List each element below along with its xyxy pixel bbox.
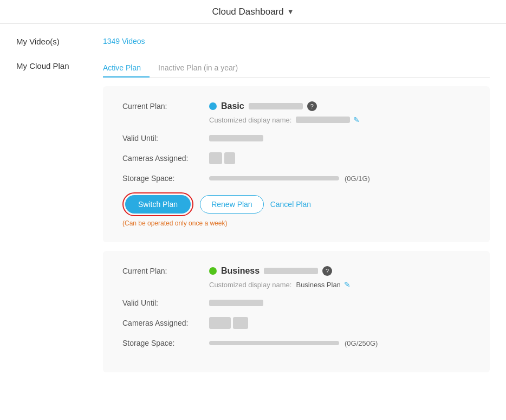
storage-text-business: (0G/250G) [345,339,378,347]
storage-bar-bg-business [209,341,339,345]
main-content: My Video(s) 1349 Videos My Cloud Plan Ac… [0,24,506,405]
camera-blur-2 [224,152,235,164]
current-plan-field-business: Current Plan: Business ? [122,266,470,276]
valid-until-field-business: Valid Until: [122,299,470,307]
storage-field-basic: Storage Space: (0G/1G) [122,174,470,183]
storage-bar-bg-basic [209,176,339,180]
buttons-row-basic: Switch Plan Renew Plan Cancel Plan [122,192,470,216]
cameras-value-basic [209,152,470,164]
storage-value-basic: (0G/1G) [209,175,470,183]
cameras-label-business: Cameras Assigned: [122,319,209,327]
plan-name-business: Business [221,266,260,276]
help-icon-basic[interactable]: ? [307,101,317,111]
valid-until-label-basic: Valid Until: [122,134,209,143]
display-name-value-basic [296,117,350,123]
current-plan-value-basic: Basic ? [209,101,470,111]
camera-blur-business-1 [209,317,231,329]
plan-name-blurred-business [264,268,318,274]
valid-until-blurred-basic [209,135,263,141]
app-header: Cloud Dashboard ▼ [0,0,506,24]
cameras-label-basic: Cameras Assigned: [122,154,209,163]
edit-display-name-icon-basic[interactable]: ✎ [353,115,360,124]
cameras-field-business: Cameras Assigned: [122,317,470,329]
cloud-plan-content: Active Plan Inactive Plan (in a year) Cu… [103,59,490,381]
my-videos-label: My Video(s) [16,35,103,46]
tab-active-plan[interactable]: Active Plan [103,59,150,77]
camera-blur-1 [209,152,222,164]
plan-dot-basic [209,102,217,110]
cameras-value-business [209,317,470,329]
storage-field-business: Storage Space: (0G/250G) [122,339,470,347]
my-videos-section: My Video(s) 1349 Videos [16,35,490,46]
plan-dot-business [209,267,217,275]
plan-card-basic: Current Plan: Basic ? Customized display… [103,86,490,242]
current-plan-label-basic: Current Plan: [122,102,209,111]
display-name-label-basic: Customized display name: [209,116,291,124]
storage-label-business: Storage Space: [122,339,209,347]
header-chevron-icon[interactable]: ▼ [287,8,294,16]
header-title: Cloud Dashboard [212,7,283,17]
cancel-plan-button[interactable]: Cancel Plan [270,200,312,209]
plan-name-basic: Basic [221,101,244,111]
valid-until-label-business: Valid Until: [122,299,209,307]
current-plan-value-business: Business ? [209,266,470,276]
edit-display-name-icon-business[interactable]: ✎ [344,280,351,289]
display-name-value-business: Business Plan [296,281,340,289]
my-cloud-plan-label: My Cloud Plan [16,59,103,70]
valid-until-value-business [209,300,470,306]
display-name-row-basic: Customized display name: ✎ [209,115,470,124]
display-name-row-business: Customized display name: Business Plan ✎ [209,280,470,289]
valid-until-blurred-business [209,300,263,306]
plan-card-business: Current Plan: Business ? Customized disp… [103,251,490,372]
storage-value-business: (0G/250G) [209,339,470,347]
storage-label-basic: Storage Space: [122,174,209,183]
camera-blur-business-2 [233,317,248,329]
switch-plan-wrapper: Switch Plan [122,192,193,216]
storage-text-basic: (0G/1G) [345,175,370,183]
display-name-label-business: Customized display name: [209,281,291,289]
current-plan-label-business: Current Plan: [122,267,209,275]
videos-link[interactable]: 1349 Videos [103,35,145,46]
cameras-field-basic: Cameras Assigned: [122,152,470,164]
current-plan-field-basic: Current Plan: Basic ? [122,101,470,111]
valid-until-field-basic: Valid Until: [122,134,470,143]
plan-name-blurred-basic [249,103,303,109]
renew-plan-button[interactable]: Renew Plan [200,195,264,214]
operated-notice-basic: (Can be operated only once a week) [122,219,470,227]
tab-inactive-plan[interactable]: Inactive Plan (in a year) [158,59,246,77]
switch-plan-button[interactable]: Switch Plan [125,195,191,214]
help-icon-business[interactable]: ? [322,266,332,276]
valid-until-value-basic [209,135,470,141]
plan-tabs: Active Plan Inactive Plan (in a year) [103,59,490,77]
my-videos-content: 1349 Videos [103,35,490,46]
my-cloud-plan-section: My Cloud Plan Active Plan Inactive Plan … [16,59,490,381]
